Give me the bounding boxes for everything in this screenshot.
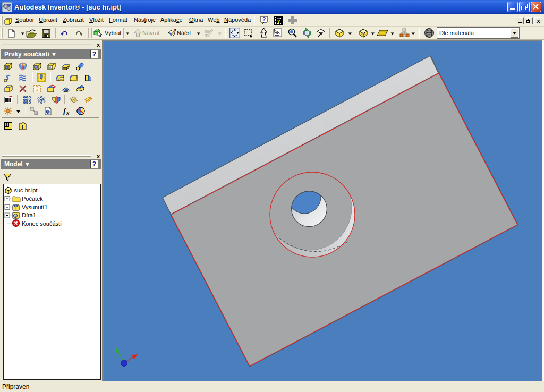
svg-text:?: ? (277, 19, 280, 24)
svg-text:?: ? (262, 16, 266, 22)
svg-text:x: x (66, 109, 70, 116)
svg-text:Díra1: Díra1 (22, 212, 36, 218)
svg-text:Počátek: Počátek (22, 195, 43, 202)
svg-text:Vysunutí1: Vysunutí1 (22, 204, 48, 210)
svg-text:suc hr.ipt: suc hr.ipt (14, 187, 38, 193)
svg-text:Konec součásti: Konec součásti (22, 220, 62, 227)
